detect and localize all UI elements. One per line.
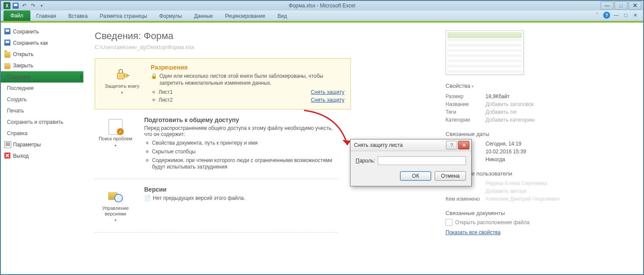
window-controls: — □ ✕: [601, 1, 641, 10]
nav-share[interactable]: Сохранить и отправить: [1, 116, 83, 128]
nav-exit[interactable]: Выход: [1, 150, 83, 162]
svg-rect-0: [117, 73, 124, 79]
manage-versions-label: Управление версиями: [97, 205, 134, 217]
sheet-name: Лист2: [159, 97, 307, 103]
save-icon: [4, 28, 10, 34]
doc-minimize-icon[interactable]: —: [613, 12, 620, 19]
backstage-content: Сведения: Форма C:\Users\alekseev_dg\Des…: [83, 23, 643, 274]
options-icon: [4, 141, 11, 148]
titlebar: X ↶ ↷ ▼ Форма.xlsx - Microsoft Excel — □…: [1, 1, 643, 10]
exit-icon: [4, 152, 10, 159]
excel-logo-icon: X: [3, 2, 10, 9]
protect-workbook-button[interactable]: Защитить книгу ▼: [101, 64, 143, 104]
close-button[interactable]: ✕: [628, 1, 641, 10]
ribbon-tab-view[interactable]: Вид: [271, 11, 293, 21]
nav-print[interactable]: Печать: [1, 105, 83, 116]
qat-save-icon[interactable]: [12, 2, 19, 9]
svg-marker-3: [342, 140, 351, 145]
minimize-ribbon-icon[interactable]: ˆ: [594, 12, 601, 19]
dropdown-icon: ▼: [114, 219, 117, 222]
ribbon-tab-layout[interactable]: Разметка страницы: [94, 11, 153, 21]
nav-save-as[interactable]: Сохранить как: [1, 37, 83, 49]
nav-exit-label: Выход: [13, 153, 29, 159]
ribbon-tabs: Файл Главная Вставка Разметка страницы Ф…: [1, 10, 643, 21]
qat-redo-icon[interactable]: ↷: [30, 2, 36, 9]
password-label: Пароль:: [356, 158, 375, 164]
add-author-placeholder[interactable]: Добавить автора: [485, 188, 527, 194]
manage-versions-button[interactable]: Управление версиями ▼: [95, 186, 136, 225]
doc-close-icon[interactable]: ✕: [632, 12, 639, 19]
nav-info-label: Сведения: [7, 74, 31, 80]
doc-restore-icon[interactable]: □: [622, 12, 629, 19]
bullet-icon: [152, 99, 155, 101]
dialog-close-button[interactable]: ✕: [458, 141, 469, 149]
window-title: Форма.xlsx - Microsoft Excel: [289, 3, 355, 9]
prop-value: Сегодня, 14:19: [485, 141, 522, 147]
permissions-section: Защитить книгу ▼ Разрешения 🔒Один или не…: [95, 58, 351, 109]
sheet-name: Лист1: [159, 89, 307, 95]
svg-rect-2: [127, 75, 129, 76]
help-icon[interactable]: ?: [603, 12, 610, 19]
prop-key: Категории: [446, 117, 485, 123]
backstage-nav: Сохранить Сохранить как Открыть Закрыть …: [1, 23, 83, 274]
open-file-location[interactable]: Открыть расположение файла: [446, 219, 576, 226]
unprotect-link[interactable]: Снять защиту: [311, 97, 344, 103]
dialog-help-button[interactable]: ?: [446, 141, 457, 149]
prepare-desc: Перед распространением общего доступа к …: [144, 125, 338, 137]
ribbon-tab-insert[interactable]: Вставка: [62, 11, 94, 21]
cancel-button[interactable]: Отмена: [435, 171, 466, 181]
unprotect-sheet-dialog: Снять защиту листа ? ✕ Пароль: ОК Отмена: [350, 139, 472, 186]
ribbon-tab-home[interactable]: Главная: [30, 11, 63, 21]
ribbon-tab-formulas[interactable]: Формулы: [153, 11, 188, 21]
password-input[interactable]: [378, 156, 466, 165]
document-thumbnail[interactable]: [446, 30, 524, 75]
nav-share-label: Сохранить и отправить: [7, 119, 63, 125]
ok-button[interactable]: ОК: [400, 171, 431, 181]
doc-mini-icon: 📄: [144, 195, 150, 201]
prop-value: Алексеев Дмитрий Георгиевич: [485, 196, 560, 202]
check-issues-button[interactable]: Поиск проблем ▼: [95, 116, 136, 171]
prop-value: 10.02.2016 15:39: [485, 149, 526, 155]
nav-open[interactable]: Открыть: [1, 49, 83, 60]
prop-key: Теги: [446, 109, 485, 115]
minimize-button[interactable]: —: [601, 1, 614, 10]
qat-dropdown-icon[interactable]: ▼: [38, 2, 45, 9]
prop-value-placeholder[interactable]: Добавить тег: [485, 109, 517, 115]
nav-new-label: Создать: [7, 96, 27, 103]
nav-options[interactable]: Параметры: [1, 139, 83, 150]
qat-undo-icon[interactable]: ↶: [21, 2, 28, 9]
maximize-button[interactable]: □: [614, 1, 627, 10]
dropdown-icon: ▼: [114, 144, 117, 148]
prop-value-placeholder[interactable]: Добавить заголовок: [485, 101, 534, 107]
unprotect-link[interactable]: Снять защиту: [311, 89, 344, 95]
nav-close[interactable]: Закрыть: [1, 60, 83, 71]
nav-save[interactable]: Сохранить: [1, 26, 83, 37]
bullet-icon: [152, 91, 155, 93]
dialog-titlebar[interactable]: Снять защиту листа ? ✕: [350, 139, 471, 151]
inspect-doc-icon: [108, 119, 123, 134]
prop-value-placeholder[interactable]: Добавить категорию: [485, 117, 535, 123]
prop-key: [446, 188, 485, 194]
nav-new[interactable]: Создать: [1, 94, 83, 105]
ribbon-tab-file[interactable]: Файл: [3, 10, 30, 21]
ribbon-tab-review[interactable]: Рецензирование: [219, 11, 271, 21]
versions-none: 📄Нет предыдущих версий этого файла.: [144, 195, 338, 202]
versions-icon: [108, 189, 123, 204]
dates-header: Связанные даты: [446, 131, 576, 137]
nav-info[interactable]: Сведения: [1, 71, 83, 83]
nav-help-label: Справка: [7, 130, 27, 136]
check-issues-label: Поиск проблем: [99, 136, 132, 142]
quick-access-toolbar: X ↶ ↷ ▼: [1, 2, 45, 9]
show-all-properties-link[interactable]: Показать все свойства: [446, 229, 501, 235]
app-window: X ↶ ↷ ▼ Форма.xlsx - Microsoft Excel — □…: [0, 0, 644, 275]
docs-header: Связанные документы: [446, 210, 576, 216]
prepare-title: Подготовить к общему доступу: [144, 116, 338, 123]
nav-options-label: Параметры: [13, 142, 41, 148]
nav-recent[interactable]: Последние: [1, 83, 83, 94]
versions-title: Версии: [144, 186, 338, 193]
properties-panel: Свойства Размер18,9Кбайт НазваниеДобавит…: [446, 30, 576, 235]
ribbon-tab-data[interactable]: Данные: [188, 11, 219, 21]
properties-header[interactable]: Свойства: [446, 83, 576, 89]
nav-help[interactable]: Справка: [1, 128, 83, 139]
list-item: Скрытые столбцы: [152, 148, 338, 156]
